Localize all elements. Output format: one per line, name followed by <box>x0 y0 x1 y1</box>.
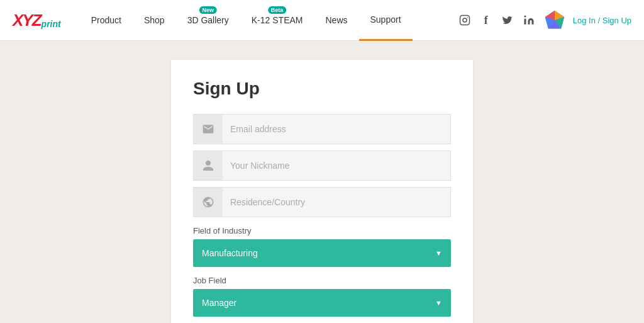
form-title: Sign Up <box>193 79 451 99</box>
site-header: XYZ print Product Shop New 3D Gallery Be… <box>0 0 644 41</box>
nickname-input-group <box>193 150 451 181</box>
twitter-icon[interactable] <box>500 13 515 28</box>
main-content: Sign Up <box>0 41 644 323</box>
beta-badge: Beta <box>268 6 287 14</box>
header-right: f Log <box>457 9 631 31</box>
nav-item-news[interactable]: News <box>314 0 358 41</box>
signup-form-card: Sign Up <box>171 60 473 323</box>
country-icon-box <box>194 188 223 217</box>
industry-label: Field of Industry <box>193 226 451 235</box>
nav-item-product[interactable]: Product <box>80 0 133 41</box>
new-badge: New <box>199 6 217 14</box>
svg-rect-0 <box>460 16 469 25</box>
email-input-group <box>193 114 451 144</box>
country-input-group <box>193 187 451 217</box>
nickname-field[interactable] <box>223 151 450 180</box>
nickname-icon-box <box>194 151 223 180</box>
user-icon <box>202 159 214 172</box>
login-button[interactable]: Log In / Sign Up <box>573 16 631 25</box>
app-icon[interactable] <box>544 9 565 31</box>
industry-select[interactable]: Manufacturing Education Healthcare Techn… <box>193 239 451 267</box>
nav-item-k12-steam[interactable]: Beta K-12 STEAM <box>240 0 314 41</box>
linkedin-icon[interactable] <box>521 13 536 28</box>
job-select-wrapper: Manager Engineer Designer Developer Othe… <box>193 289 451 317</box>
instagram-icon[interactable] <box>457 13 472 28</box>
svg-point-1 <box>463 18 467 22</box>
email-icon <box>202 123 214 135</box>
country-field[interactable] <box>223 188 450 217</box>
main-nav: Product Shop New 3D Gallery Beta K-12 ST… <box>80 0 457 41</box>
email-field[interactable] <box>223 115 450 144</box>
globe-icon <box>202 196 214 208</box>
svg-point-2 <box>467 17 468 18</box>
logo[interactable]: XYZ print <box>13 11 61 30</box>
logo-print: print <box>42 19 61 29</box>
social-links: f <box>457 13 536 28</box>
nav-item-shop[interactable]: Shop <box>133 0 176 41</box>
job-label: Job Field <box>193 276 451 285</box>
nav-item-support[interactable]: Support <box>359 0 413 41</box>
logo-xyz: XYZ <box>13 11 41 30</box>
facebook-icon[interactable]: f <box>479 13 494 28</box>
email-icon-box <box>194 115 223 144</box>
job-select[interactable]: Manager Engineer Designer Developer Othe… <box>193 289 451 317</box>
nav-item-3d-gallery[interactable]: New 3D Gallery <box>176 0 240 41</box>
industry-select-wrapper: Manufacturing Education Healthcare Techn… <box>193 239 451 267</box>
